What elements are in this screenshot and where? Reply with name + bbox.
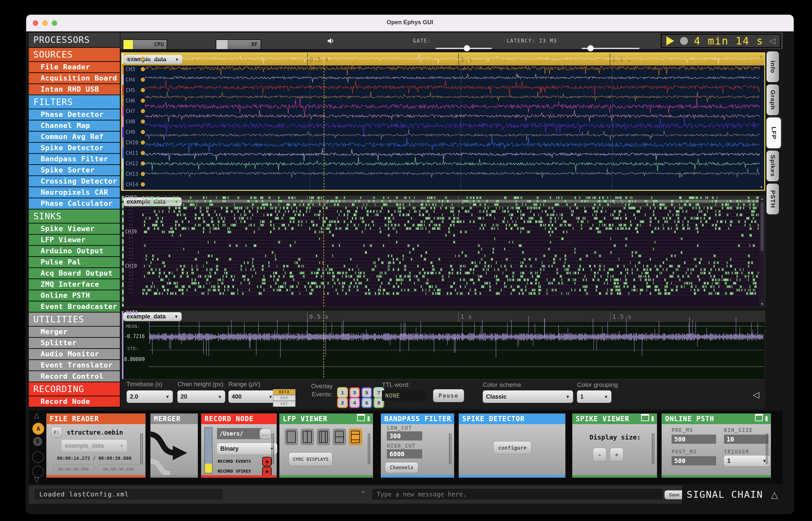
color-grouping-select[interactable]: 1▼ (577, 390, 611, 403)
module-lfp-viewer[interactable]: LFP VIEWER SYNC DISPLAYS (279, 413, 373, 478)
save-message-button[interactable]: Save (664, 490, 684, 499)
tab-info[interactable]: Info (767, 51, 779, 82)
scroll-up-icon[interactable]: △ (34, 411, 39, 419)
channel-enable-dot[interactable] (141, 98, 145, 103)
sidebar-item-file-reader[interactable]: File Reader (29, 62, 120, 72)
lfp-channel-row-ch6[interactable]: CH6 (122, 95, 145, 106)
sidebar-item-crossing-detector[interactable]: Crossing Detector (29, 176, 120, 186)
channel-enable-dot[interactable] (141, 182, 145, 186)
lfp-channel-row-ch7[interactable]: CH7 (122, 106, 145, 116)
event-channel-button-2[interactable]: 2 (337, 397, 348, 408)
sidebar-item-intan-rhd-usb[interactable]: Intan RHD USB (29, 84, 120, 95)
stream-selector[interactable]: example_data▼ (62, 440, 127, 452)
sidebar-item-record-control[interactable]: Record Control (29, 371, 120, 382)
sync-displays-button[interactable]: SYNC DISPLAYS (289, 452, 333, 466)
lfp-channel-row-ch4[interactable]: CH4 (122, 74, 145, 85)
open-tab-icon[interactable] (766, 416, 767, 421)
sidebar-item-neuropixels-car[interactable]: Neuropixels CAR (29, 187, 120, 198)
sidebar-item-spike-sorter[interactable]: Spike Sorter (29, 165, 120, 175)
channel-enable-dot[interactable] (141, 119, 145, 124)
scrollbar-thumb[interactable] (761, 202, 764, 251)
layout-button-2[interactable] (301, 429, 314, 445)
record-spikes-toggle[interactable] (262, 467, 272, 476)
module-merger[interactable]: MERGER (150, 413, 198, 478)
play-button[interactable] (667, 36, 674, 45)
channel-enable-dot[interactable] (141, 130, 145, 134)
configure-button[interactable]: configure (493, 441, 532, 454)
range-select[interactable]: 400▼ (228, 390, 276, 403)
volume-slider[interactable] (436, 48, 492, 49)
scroll-up-icon[interactable]: ▲ (759, 54, 763, 58)
sidebar-item-event-broadcaster[interactable]: Event Broadcaster (29, 301, 120, 312)
expand-console-icon[interactable]: ⌃ (360, 490, 366, 498)
tab-spikes[interactable]: Spikes (767, 151, 779, 181)
module-bandpass-filter[interactable]: BANDPASS FILTER LOW_CUT 300 HIGH_CUT 600… (381, 413, 454, 478)
gate-slider[interactable] (582, 48, 639, 49)
channel-enable-dot[interactable] (141, 77, 145, 82)
volume-slider-thumb[interactable] (464, 45, 470, 51)
lfp-channel-row-ch9[interactable]: CH9 (122, 127, 145, 137)
tab-psth[interactable]: PSTH (767, 184, 779, 214)
scroll-down-icon[interactable]: ▽ (34, 476, 39, 483)
module-drag-handle[interactable] (766, 433, 769, 465)
increase-display-button[interactable]: + (610, 448, 624, 461)
low-cut-field[interactable]: 300 (387, 431, 422, 440)
chain-slot-b[interactable]: B (33, 437, 42, 446)
open-tab-icon[interactable] (652, 416, 654, 421)
raster-canvas[interactable] (142, 196, 759, 295)
sidebar-item-event-translator[interactable]: Event Translator (29, 360, 120, 370)
sidebar-item-spike-viewer[interactable]: Spike Viewer (29, 224, 120, 234)
signal-type-data[interactable]: DATA (273, 389, 296, 395)
sidebar-item-audio-monitor[interactable]: Audio Monitor (29, 349, 120, 359)
sidebar-item-zmq-interface[interactable]: ZMQ Interface (29, 279, 120, 290)
scroll-down-icon[interactable]: ▼ (760, 302, 764, 306)
timebase-select[interactable]: 2.0▼ (127, 390, 173, 403)
chain-slot-a[interactable]: A (32, 423, 45, 435)
signal-type-aux[interactable]: AUX (273, 395, 296, 401)
channel-enable-dot[interactable] (141, 88, 145, 92)
channel-enable-dot[interactable] (141, 140, 145, 145)
layout-button-5-selected[interactable] (349, 429, 362, 445)
tab-lfp[interactable]: LFP (767, 117, 781, 148)
sidebar-item-phase-calculator[interactable]: Phase Calculator (29, 198, 120, 209)
color-scheme-select[interactable]: Classic▼ (483, 390, 573, 403)
data-display-area[interactable]: DATA MEAN: -0.7216 STD: 8.80809 (121, 322, 765, 379)
sidebar-item-online-psth[interactable]: Online PSTH (29, 290, 120, 301)
open-window-icon[interactable] (357, 414, 365, 421)
sidebar-item-pulse-pal[interactable]: Pulse Pal (29, 257, 120, 267)
open-tab-icon[interactable] (367, 416, 369, 421)
module-online-psth[interactable]: ONLINE PSTH PRE_MS 500 BIN_SIZE 10 POST_… (661, 413, 771, 478)
lfp-traces-canvas[interactable] (145, 53, 760, 178)
pre-ms-field[interactable]: 500 (672, 435, 716, 444)
sidebar-item-splitter[interactable]: Splitter (29, 338, 120, 348)
lfp-channel-row-ch12[interactable]: CH12 (122, 158, 145, 169)
sidebar-item-lfp-viewer[interactable]: LFP Viewer (29, 235, 120, 245)
raster-display-area[interactable]: CH59------------------CH39--------------… (121, 207, 765, 307)
lfp-channel-row-ch11[interactable]: CH11 (122, 148, 145, 158)
module-spike-viewer[interactable]: SPIKE VIEWER Display size: - + (572, 413, 657, 478)
event-channel-button-1[interactable]: 1 (337, 387, 348, 398)
chan-height-select[interactable]: 20▼ (177, 390, 225, 403)
sidebar-item-channel-map[interactable]: Channel Map (29, 120, 120, 131)
channel-enable-dot[interactable] (141, 56, 145, 61)
file-select-button[interactable]: F: (51, 427, 62, 438)
record-path-field[interactable]: /Users/ (217, 428, 262, 439)
layout-button-3[interactable] (317, 429, 330, 445)
browse-path-button[interactable]: ... (260, 429, 271, 439)
channels-button[interactable]: Channels (385, 462, 418, 473)
sidebar-item-common-avg-ref[interactable]: Common Avg Ref (29, 132, 120, 142)
module-drag-handle[interactable] (140, 433, 143, 465)
high-cut-field[interactable]: 6000 (387, 449, 422, 458)
channel-enable-dot[interactable] (141, 109, 145, 113)
message-input[interactable] (373, 489, 662, 499)
decrease-display-button[interactable]: - (593, 448, 607, 461)
event-channel-button-4[interactable]: 4 (349, 397, 360, 408)
module-drag-handle[interactable] (272, 433, 275, 465)
sidebar-item-bandpass-filter[interactable]: Bandpass Filter (29, 154, 120, 164)
data-trace-canvas[interactable] (149, 311, 764, 368)
sidebar-item-merger[interactable]: Merger (29, 326, 120, 337)
sidebar-item-record-node[interactable]: Record Node (29, 396, 120, 407)
record-format-select[interactable]: Binary▼ (217, 443, 277, 454)
layout-button-4[interactable] (333, 429, 346, 445)
open-window-icon[interactable] (755, 414, 763, 421)
